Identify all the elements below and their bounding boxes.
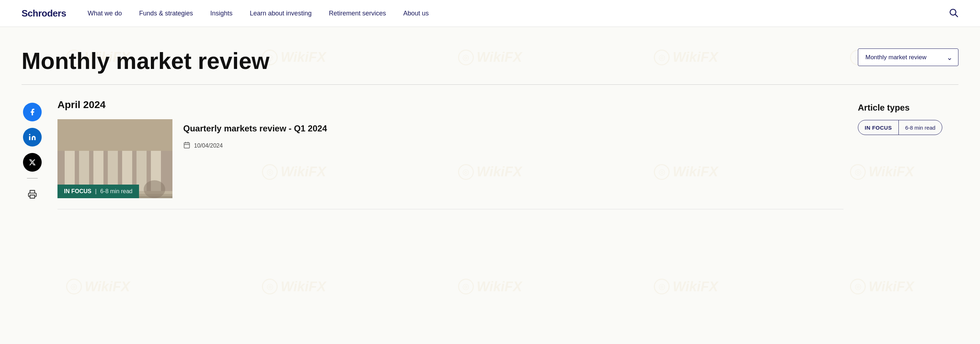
article-type-tag[interactable]: IN FOCUS 6-8 min read: [858, 120, 942, 135]
badge-read-time: 6-8 min read: [100, 188, 132, 195]
nav-learn-investing[interactable]: Learn about investing: [250, 10, 312, 17]
main-nav: What we do Funds & strategies Insights L…: [88, 10, 948, 17]
print-button[interactable]: [23, 185, 42, 204]
article-badge: IN FOCUS | 6-8 min read: [57, 185, 139, 198]
nav-retirement[interactable]: Retirement services: [329, 10, 386, 17]
svg-line-1: [955, 14, 958, 16]
facebook-share-button[interactable]: [23, 103, 42, 121]
site-header: Schroders What we do Funds & strategies …: [0, 0, 980, 27]
page-title: Monthly market review: [22, 49, 269, 74]
article-types-title: Article types: [858, 99, 958, 113]
article-card: OCK EXCHANGE IN FOCUS | 6-8: [57, 119, 843, 209]
nav-funds-strategies[interactable]: Funds & strategies: [139, 10, 193, 17]
sidebar-right: Article types IN FOCUS 6-8 min read: [858, 99, 958, 209]
article-date: 10/04/2024: [183, 141, 843, 150]
nav-about[interactable]: About us: [403, 10, 429, 17]
section-period: April 2024: [57, 99, 843, 111]
nav-what-we-do[interactable]: What we do: [88, 10, 122, 17]
svg-point-20: [144, 180, 165, 198]
article-date-value: 10/04/2024: [194, 143, 223, 149]
tag-label: IN FOCUS: [858, 121, 899, 134]
badge-label: IN FOCUS: [64, 188, 91, 195]
article-title[interactable]: Quarterly markets review - Q1 2024: [183, 123, 843, 134]
page-title-row: Monthly market review Monthly market rev…: [22, 49, 958, 74]
svg-rect-21: [184, 143, 190, 148]
dropdown-wrapper: Monthly market review ⌄: [858, 49, 958, 66]
svg-rect-2: [29, 136, 30, 140]
search-button[interactable]: [948, 8, 958, 19]
linkedin-share-button[interactable]: [23, 128, 42, 146]
nav-insights[interactable]: Insights: [210, 10, 232, 17]
twitter-share-button[interactable]: [23, 153, 42, 172]
article-info: Quarterly markets review - Q1 2024 10/04…: [183, 119, 843, 150]
svg-point-3: [29, 134, 30, 135]
review-type-dropdown-container[interactable]: Monthly market review ⌄: [858, 49, 958, 66]
section-divider: [22, 84, 958, 85]
building-top: [57, 119, 172, 151]
social-divider: [27, 178, 38, 179]
articles-area: April 2024: [57, 99, 843, 209]
svg-rect-4: [30, 195, 35, 198]
calendar-icon: [183, 141, 190, 150]
tag-read-time: 6-8 min read: [899, 121, 942, 134]
main-content: Monthly market review Monthly market rev…: [0, 27, 980, 231]
article-image-wrapper[interactable]: OCK EXCHANGE IN FOCUS | 6-8: [57, 119, 172, 198]
review-type-dropdown[interactable]: Monthly market review: [858, 49, 958, 66]
social-sidebar: [22, 99, 43, 209]
content-layout: April 2024: [22, 99, 958, 209]
site-logo[interactable]: Schroders: [22, 8, 66, 19]
